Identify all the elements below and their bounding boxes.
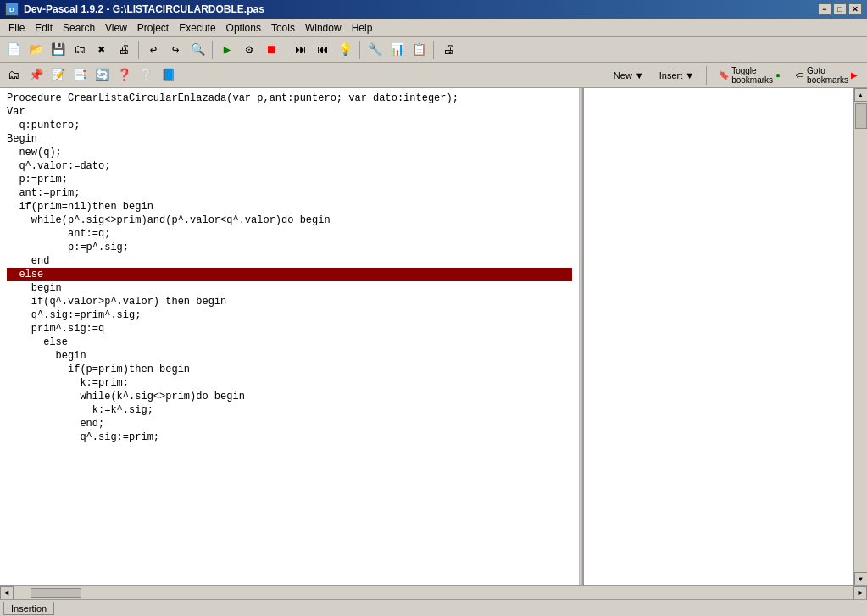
- sep-tb2: [706, 66, 707, 85]
- code-line-13: end: [7, 254, 572, 268]
- editor[interactable]: Procedure CrearListaCircularEnlazada(var…: [0, 88, 867, 585]
- find-btn[interactable]: 🔍: [187, 40, 208, 60]
- code-line-9: if(prim=nil)then begin: [7, 200, 572, 214]
- code-line-7: p:=prim;: [7, 173, 572, 186]
- menu-edit[interactable]: Edit: [30, 20, 58, 36]
- title-bar: D Dev-Pascal 1.9.2 - G:\LISTACIRCULARDOB…: [0, 0, 867, 19]
- open-file-btn[interactable]: 📂: [25, 40, 46, 60]
- bookmark-goto-icon: 🏷: [796, 70, 804, 80]
- sep3: [286, 41, 286, 59]
- tools2-btn[interactable]: 📊: [386, 40, 407, 60]
- title-controls: − □ ✕: [818, 3, 862, 15]
- undo-btn[interactable]: ↩: [143, 40, 164, 60]
- menu-help[interactable]: Help: [347, 20, 378, 36]
- save-all-btn[interactable]: 🗂: [69, 40, 90, 60]
- tb2-btn7[interactable]: ❔: [136, 65, 156, 86]
- goto-bookmarks-button[interactable]: 🏷 Gotobookmarks ▶: [790, 65, 864, 86]
- code-line-4: Begin: [7, 132, 572, 146]
- code-line-15: begin: [7, 281, 572, 295]
- code-line-22: k:=prim;: [7, 376, 572, 390]
- toolbar2-left: 🗂 📌 📝 📑 🔄 ❓ ❔ 📘: [3, 65, 178, 86]
- title-left: D Dev-Pascal 1.9.2 - G:\LISTACIRCULARDOB…: [5, 3, 264, 16]
- tb2-btn8[interactable]: 📘: [158, 65, 178, 86]
- tb2-btn4[interactable]: 📑: [69, 65, 90, 86]
- sep5: [433, 41, 434, 59]
- code-line-8: ant:=prim;: [7, 186, 572, 200]
- minimize-button[interactable]: −: [818, 3, 831, 15]
- scroll-thumb[interactable]: [855, 103, 867, 129]
- code-line-14-highlighted: else: [7, 268, 572, 281]
- stop-btn[interactable]: ⏹: [261, 40, 281, 60]
- vertical-scrollbar[interactable]: ▲ ▼: [853, 88, 867, 585]
- debug-btn[interactable]: ⚙: [239, 40, 259, 60]
- menu-file[interactable]: File: [3, 20, 30, 36]
- menu-project[interactable]: Project: [132, 20, 174, 36]
- code-line-1: Procedure CrearListaCircularEnlazada(var…: [7, 92, 572, 105]
- editor-right-panel: [582, 88, 853, 585]
- tools3-btn[interactable]: 📋: [408, 40, 429, 60]
- tb2-btn6[interactable]: ❓: [114, 65, 134, 86]
- tb2-btn5[interactable]: 🔄: [92, 65, 112, 86]
- code-line-24: k:=k^.sig;: [7, 403, 572, 417]
- insert-icon: ▼: [685, 70, 694, 80]
- scroll-left-arrow[interactable]: ◀: [0, 586, 14, 600]
- code-line-23: while(k^.sig<>prim)do begin: [7, 390, 572, 403]
- code-line-12: p:=p^.sig;: [7, 241, 572, 254]
- toolbar2: 🗂 📌 📝 📑 🔄 ❓ ❔ 📘 New ▼ Insert ▼ 🔖 Toggleb…: [0, 63, 867, 88]
- code-line-10: while(p^.sig<>prim)and(p^.valor<q^.valor…: [7, 214, 572, 227]
- scroll-h-track[interactable]: [14, 587, 853, 599]
- print-btn[interactable]: 🖨: [114, 40, 134, 60]
- scroll-h-thumb[interactable]: [31, 588, 81, 598]
- code-line-16: if(q^.valor>p^.valor) then begin: [7, 295, 572, 308]
- tb2-btn3[interactable]: 📝: [47, 65, 68, 86]
- scroll-right-arrow[interactable]: ▶: [853, 586, 867, 600]
- close-btn[interactable]: ✖: [92, 40, 112, 60]
- bookmark-toggle-icon: 🔖: [719, 70, 729, 80]
- maximize-button[interactable]: □: [833, 3, 847, 15]
- code-line-11: ant:=q;: [7, 227, 572, 241]
- new-file-btn[interactable]: 📄: [3, 40, 24, 60]
- main-area: Procedure CrearListaCircularEnlazada(var…: [0, 88, 867, 616]
- step2-btn[interactable]: ⏮: [313, 40, 333, 60]
- toolbar1: 📄 📂 💾 🗂 ✖ 🖨 ↩ ↪ 🔍 ▶ ⚙ ⏹ ⏭ ⏮ 💡 🔧 📊 📋 🖨: [0, 37, 867, 63]
- print2-btn[interactable]: 🖨: [438, 40, 459, 60]
- watch-btn[interactable]: 💡: [335, 40, 355, 60]
- scroll-down-arrow[interactable]: ▼: [854, 572, 868, 585]
- tb2-btn2[interactable]: 📌: [25, 65, 46, 86]
- menu-search[interactable]: Search: [58, 20, 100, 36]
- step-btn[interactable]: ⏭: [291, 40, 311, 60]
- code-line-6: q^.valor:=dato;: [7, 159, 572, 173]
- menu-tools[interactable]: Tools: [266, 20, 300, 36]
- new-icon: ▼: [635, 70, 644, 80]
- status-bar: Insertion: [0, 599, 867, 616]
- menu-options[interactable]: Options: [221, 20, 266, 36]
- sep4: [359, 41, 360, 59]
- menu-view[interactable]: View: [100, 20, 132, 36]
- code-line-2: Var: [7, 105, 572, 119]
- save-btn[interactable]: 💾: [47, 40, 68, 60]
- menu-execute[interactable]: Execute: [174, 20, 220, 36]
- bookmark-goto-arrow: ▶: [851, 70, 858, 80]
- insert-button[interactable]: Insert ▼: [653, 65, 700, 86]
- code-line-19: else: [7, 336, 572, 349]
- compile-run-btn[interactable]: ▶: [217, 40, 237, 60]
- new-button[interactable]: New ▼: [608, 65, 650, 86]
- code-line-21: if(p=prim)then begin: [7, 363, 572, 376]
- code-line-5: new(q);: [7, 146, 572, 159]
- code-area[interactable]: Procedure CrearListaCircularEnlazada(var…: [0, 88, 579, 585]
- code-line-17: q^.sig:=prim^.sig;: [7, 308, 572, 322]
- scroll-up-arrow[interactable]: ▲: [854, 88, 868, 102]
- app-icon: D: [5, 3, 19, 16]
- bookmark-toggle-dot: ●: [775, 70, 781, 80]
- code-line-25: end;: [7, 417, 572, 430]
- code-line-26: q^.sig:=prim;: [7, 430, 572, 444]
- insertion-label: Insertion: [3, 602, 54, 615]
- horizontal-scrollbar[interactable]: ◀ ▶: [0, 585, 867, 599]
- toggle-bookmarks-button[interactable]: 🔖 Togglebookmarks ●: [713, 65, 786, 86]
- toolbar2-right: New ▼ Insert ▼ 🔖 Togglebookmarks ● 🏷 Got…: [608, 65, 864, 86]
- menu-window[interactable]: Window: [300, 20, 347, 36]
- tb2-btn1[interactable]: 🗂: [3, 65, 24, 86]
- redo-btn[interactable]: ↪: [165, 40, 186, 60]
- tools1-btn[interactable]: 🔧: [364, 40, 385, 60]
- close-button[interactable]: ✕: [848, 3, 862, 15]
